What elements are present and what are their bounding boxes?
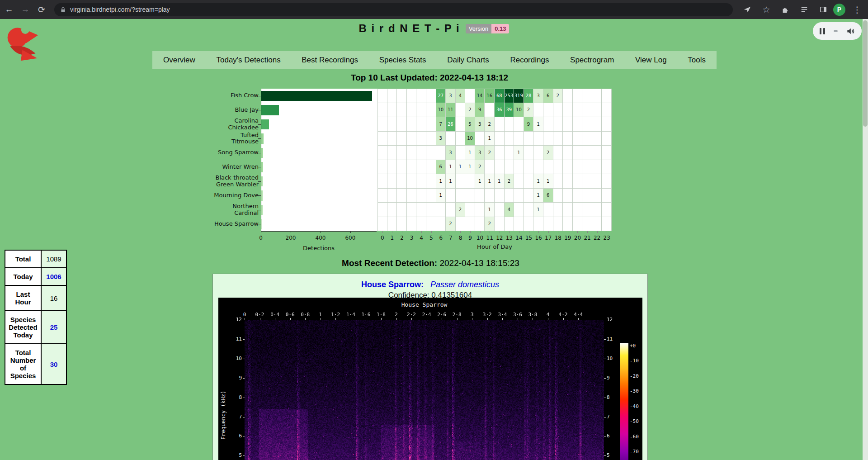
spectro-y-tick-right: 5	[607, 452, 618, 458]
spectro-x-tick-label: 3·8	[525, 312, 540, 318]
nav-item-tools[interactable]: Tools	[684, 56, 709, 65]
heat-cell: 5	[465, 117, 475, 132]
stat-value[interactable]: 1006	[41, 268, 66, 285]
hour-tick-mark	[460, 231, 461, 233]
heat-cell	[495, 189, 505, 203]
stat-value[interactable]: 30	[41, 344, 66, 384]
detections-bar	[261, 119, 269, 130]
spectro-x-tick-mark	[351, 318, 351, 320]
heat-cell	[582, 203, 592, 217]
bookmark-star-icon[interactable]: ☆	[759, 2, 774, 17]
heat-cell	[592, 217, 602, 232]
volume-icon[interactable]	[846, 27, 855, 36]
nav-item-recordings[interactable]: Recordings	[506, 56, 552, 65]
stat-label: Today	[5, 268, 41, 285]
url-bar[interactable]: virginia.birdnetpi.com/?stream=play	[54, 3, 733, 16]
nav-item-species-stats[interactable]: Species Stats	[376, 56, 430, 65]
heat-cell: 2	[524, 103, 534, 118]
share-icon[interactable]	[740, 2, 755, 17]
heat-cell	[475, 189, 485, 203]
heat-cell	[485, 160, 495, 175]
species-axis-tick	[258, 124, 261, 125]
navbar: OverviewToday's DetectionsBest Recording…	[152, 51, 717, 69]
heat-grid-border	[377, 89, 612, 231]
stat-value[interactable]: 25	[41, 311, 66, 344]
heat-cell	[387, 189, 397, 203]
extensions-puzzle-icon[interactable]	[778, 2, 793, 17]
heat-cell	[387, 160, 397, 175]
heat-cell	[377, 146, 387, 160]
pause-button[interactable]	[820, 28, 825, 34]
spectro-x-tick-mark	[290, 318, 291, 320]
scrollbar-thumb[interactable]	[863, 20, 868, 127]
heat-cell	[573, 132, 583, 146]
heat-cell	[563, 160, 573, 175]
heat-cell: 6	[543, 189, 553, 203]
heat-cell	[592, 132, 602, 146]
spectro-x-tick-mark	[305, 318, 306, 320]
detection-scientific-name[interactable]: Passer domesticus	[430, 280, 499, 289]
heat-cell	[592, 89, 602, 103]
detections-bar	[261, 190, 263, 201]
hour-tick-label: 6	[436, 235, 445, 241]
spectro-x-tick-label: 4·2	[556, 312, 571, 318]
heat-cell	[456, 146, 466, 160]
heat-cell	[426, 174, 436, 189]
heat-cell	[582, 217, 592, 232]
hour-tick-label: 19	[563, 235, 572, 241]
heat-cell	[563, 146, 573, 160]
spectro-y-tick-right: 11	[607, 336, 618, 342]
heat-cell	[553, 217, 563, 232]
nav-item-best-recordings[interactable]: Best Recordings	[298, 56, 362, 65]
colorbar-tick-label: -10	[630, 358, 643, 364]
spectro-x-tick-mark	[518, 318, 518, 320]
hour-tick-mark	[451, 231, 451, 233]
nav-item-daily-charts[interactable]: Daily Charts	[443, 56, 493, 65]
heat-cell: 1	[446, 160, 456, 175]
heat-cell	[387, 103, 397, 118]
spectro-y-tick-mark-right	[604, 359, 606, 359]
hour-tick-mark	[480, 231, 481, 233]
page-title: B i r d N E T - P i	[359, 22, 460, 35]
heat-cell	[514, 203, 524, 217]
heat-cell	[524, 217, 534, 232]
heat-cell	[436, 203, 446, 217]
spectro-x-tick-mark	[321, 318, 321, 320]
heat-cell	[436, 146, 446, 160]
hour-tick-mark	[538, 231, 539, 233]
detection-common-name[interactable]: House Sparrow:	[361, 280, 424, 289]
back-button[interactable]: ←	[2, 2, 16, 17]
birdnetpi-page: B i r d N E T - P i Version 0.13 Overvie…	[0, 19, 868, 460]
reading-list-icon[interactable]	[797, 2, 811, 17]
heat-cell	[407, 174, 417, 189]
side-panel-icon[interactable]	[816, 2, 830, 17]
hour-tick-label: 17	[544, 235, 553, 241]
hour-tick-label: 20	[573, 235, 582, 241]
reload-button[interactable]: ⟳	[34, 2, 49, 17]
spectro-x-tick-label: 2·6	[434, 312, 449, 318]
nav-item-view-log[interactable]: View Log	[632, 56, 670, 65]
nav-item-overview[interactable]: Overview	[160, 56, 199, 65]
nav-item-today-s-detections[interactable]: Today's Detections	[212, 56, 284, 65]
heat-cell	[553, 146, 563, 160]
forward-button[interactable]: →	[18, 2, 33, 17]
menu-kebab-icon[interactable]: ⋮	[850, 2, 864, 17]
heat-cell	[397, 203, 407, 217]
spectro-x-tick-mark	[366, 318, 366, 320]
heat-cell	[602, 217, 612, 232]
spectro-x-tick-label: 0·4	[267, 312, 283, 318]
colorbar-tick-label: -20	[630, 373, 643, 379]
spectro-y-tick-left: 12	[230, 317, 242, 322]
species-axis-tick	[258, 138, 261, 139]
heat-cell	[397, 89, 407, 103]
spectro-y-tick-left: 7	[230, 414, 242, 420]
spectro-y-tick-mark-right	[604, 378, 606, 379]
profile-avatar[interactable]: P	[833, 4, 845, 16]
heat-cell	[524, 160, 534, 175]
species-label: Song Sparrow	[212, 146, 259, 160]
stat-label: Total	[5, 250, 41, 268]
bar-tick-mark	[350, 231, 351, 233]
nav-item-spectrogram[interactable]: Spectrogram	[566, 56, 618, 65]
hour-tick-label: 0	[378, 235, 387, 241]
heat-cell	[397, 217, 407, 232]
